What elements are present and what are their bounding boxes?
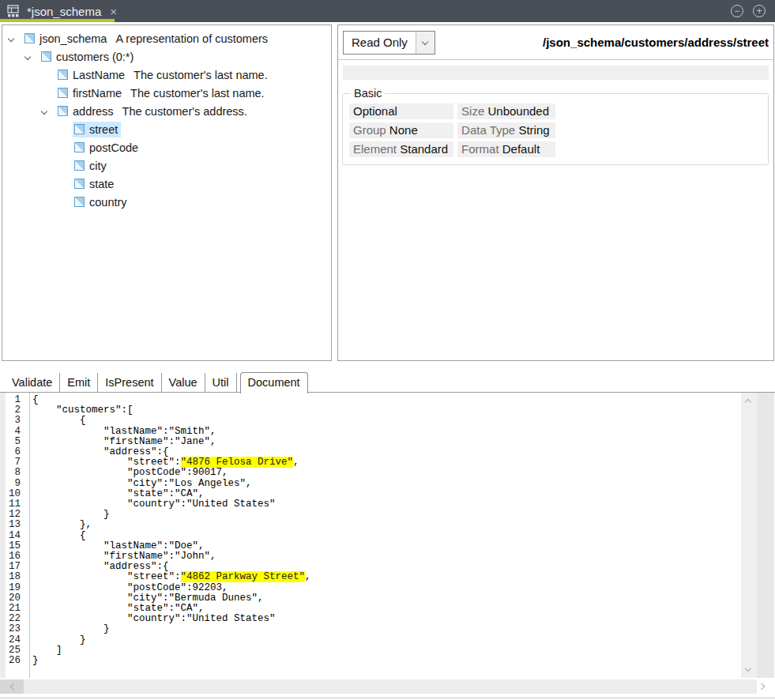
tree-item-body[interactable]: json_schema	[23, 31, 110, 47]
element-icon	[74, 179, 85, 189]
basic-section: Basic OptionalSize UnboundedGroup NoneDa…	[342, 87, 769, 165]
code-text: "street":"4862 Parkway Street",	[26, 572, 311, 582]
code-line: 2 "customers":[	[0, 405, 775, 416]
highlighted-value: "4862 Parkway Street"	[181, 571, 306, 582]
window-bottom-border	[0, 698, 775, 698]
line-number: 3	[0, 416, 26, 426]
tab-value[interactable]: Value	[162, 373, 205, 393]
active-tab-indicator	[0, 19, 115, 22]
tree-item-body[interactable]: city	[73, 158, 110, 174]
scroll-down-icon[interactable]	[745, 665, 751, 672]
code-line: 25 ]	[0, 645, 775, 656]
line-number: 2	[0, 405, 26, 416]
property-value: Default	[502, 142, 540, 156]
tree-item-label: city	[89, 160, 107, 172]
tree-item-label: street	[89, 123, 118, 136]
zoom-out-button[interactable]: −	[731, 5, 743, 17]
bottom-tab-bar: ValidateEmitIsPresentValueUtilDocument	[0, 371, 775, 393]
code-line: 19 "postCode":92203,	[0, 583, 775, 593]
tree-item[interactable]: LastNameThe customer's last name.	[2, 66, 331, 84]
properties-toolbar	[343, 66, 769, 80]
tab-ispresent[interactable]: IsPresent	[98, 373, 161, 393]
line-number: 7	[0, 457, 26, 468]
code-text: "postCode":90017,	[26, 468, 228, 478]
property-value: String	[518, 123, 549, 137]
line-number: 19	[0, 583, 26, 593]
scroll-right-icon[interactable]	[758, 683, 765, 690]
horizontal-scrollbar[interactable]	[0, 679, 775, 694]
tree-item-body[interactable]: state	[73, 176, 117, 192]
tab-util[interactable]: Util	[205, 373, 237, 393]
element-icon	[74, 124, 85, 134]
tree-item[interactable]: state	[2, 175, 331, 193]
mode-dropdown-value: Read Only	[344, 32, 416, 54]
chevron-down-icon[interactable]	[24, 55, 40, 59]
tree-item[interactable]: postCode	[2, 138, 331, 156]
line-number: 18	[0, 572, 26, 582]
tab-validate[interactable]: Validate	[5, 373, 60, 393]
vertical-scrollbar[interactable]	[741, 393, 757, 678]
tree-item-body[interactable]: country	[73, 194, 130, 210]
mode-dropdown[interactable]: Read Only	[343, 31, 435, 55]
property-chip: Size Unbounded	[457, 103, 555, 119]
gutter-separator	[29, 393, 30, 678]
tree-item-description: The customer's last name.	[134, 69, 268, 81]
tree-item-selected[interactable]: street	[73, 122, 121, 137]
horizontal-scroll-track[interactable]	[24, 679, 757, 694]
code-text: }	[26, 635, 86, 645]
element-icon	[74, 142, 85, 152]
line-number: 8	[0, 468, 26, 478]
code-text: }	[26, 624, 110, 634]
tab-emit[interactable]: Emit	[60, 373, 98, 393]
selected-node-path: /json_schema/customers/address/street	[543, 36, 769, 49]
code-text: },	[26, 520, 92, 530]
property-value: Optional	[353, 104, 397, 118]
document-tab-json-schema[interactable]: *json_schema ×	[0, 0, 115, 22]
tree-item-body[interactable]: firstName	[56, 85, 125, 101]
line-number: 4	[0, 427, 26, 437]
code-line: 13 },	[0, 520, 775, 530]
line-number: 13	[0, 520, 26, 530]
tree-item-label: LastName	[73, 69, 125, 81]
property-value: Unbounded	[487, 104, 549, 118]
code-line: 11 "country":"United States"	[0, 499, 775, 510]
tree-item[interactable]: city	[2, 156, 331, 175]
properties-panel: Read Only /json_schema/customers/address…	[337, 24, 774, 361]
close-icon[interactable]: ×	[107, 5, 119, 18]
zoom-in-button[interactable]: +	[753, 5, 766, 17]
tree-item-label: address	[73, 105, 114, 118]
code-line: 4 "lastName":"Smith",	[0, 427, 775, 437]
tree-item[interactable]: customers (0:*)	[2, 47, 331, 66]
code-text: {	[26, 416, 86, 426]
tab-document[interactable]: Document	[240, 372, 308, 393]
tree-item-label: state	[89, 178, 114, 190]
property-chip: Optional	[349, 103, 453, 119]
overview-ruler	[757, 393, 774, 678]
chevron-down-icon[interactable]	[416, 32, 435, 54]
line-number: 24	[0, 635, 26, 645]
chevron-down-icon[interactable]	[40, 109, 56, 114]
tree-item[interactable]: firstNameThe customer's last name.	[2, 84, 331, 102]
tree-item[interactable]: country	[2, 193, 331, 211]
scroll-up-icon[interactable]	[745, 399, 751, 405]
chevron-down-icon[interactable]	[7, 36, 23, 41]
line-number: 1	[0, 395, 26, 405]
tree-item[interactable]: street	[2, 120, 331, 138]
tree-item-body[interactable]: LastName	[56, 67, 128, 83]
tree-item-body[interactable]: address	[56, 103, 117, 119]
tree-item[interactable]: json_schemaA representation of customers	[2, 29, 331, 47]
property-chip: Data Type String	[457, 122, 555, 138]
code-editor[interactable]: 1{2 "customers":[3 {4 "lastName":"Smith"…	[0, 393, 775, 678]
code-line: 14 {	[0, 531, 775, 541]
tree-item-label: json_schema	[40, 32, 107, 45]
tree-item-body[interactable]: postCode	[73, 140, 141, 156]
code-text: "lastName":"Smith",	[26, 427, 216, 437]
code-line: 23 }	[0, 624, 775, 634]
element-icon	[74, 197, 85, 207]
tree-item-description: The customer's address.	[122, 105, 247, 118]
tree-item-body[interactable]: customers (0:*)	[40, 49, 137, 65]
tree-item-label: firstName	[73, 87, 122, 100]
element-icon	[24, 33, 35, 43]
tree-item[interactable]: addressThe customer's address.	[2, 102, 331, 120]
line-number: 26	[0, 656, 26, 666]
